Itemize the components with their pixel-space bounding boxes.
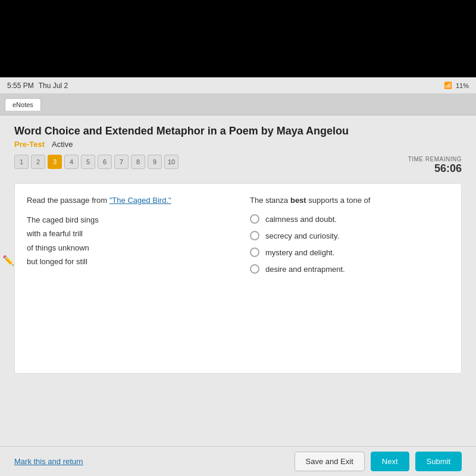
next-button[interactable]: Next — [371, 452, 409, 471]
nav-btn-1[interactable]: 1 — [14, 155, 29, 169]
passage-link[interactable]: "The Caged Bird." — [109, 196, 171, 205]
time-display: 5:55 PM — [7, 82, 34, 90]
option-2[interactable]: secrecy and curiosity. — [250, 231, 449, 240]
nav-btn-3[interactable]: 3 — [48, 155, 62, 169]
status-bar-right: 📶 11% — [444, 82, 469, 89]
pencil-icon[interactable]: ✏️ — [2, 255, 14, 266]
question-nav: 1 2 3 4 5 6 7 8 9 10 — [14, 155, 178, 169]
time-remaining-label: TIME REMAINING — [408, 156, 462, 162]
page-title: Word Choice and Extended Metaphor in a P… — [14, 125, 462, 137]
answer-options: calmness and doubt. secrecy and curiosit… — [250, 214, 449, 274]
bottom-bar: Mark this and return Save and Exit Next … — [0, 446, 476, 476]
enotes-tab[interactable]: eNotes — [5, 98, 41, 111]
radio-2[interactable] — [250, 231, 259, 240]
pre-test-label: Pre-Test — [14, 140, 45, 149]
poem-line-1: The caged bird sings — [27, 213, 226, 227]
radio-4[interactable] — [250, 264, 259, 274]
nav-and-time: 1 2 3 4 5 6 7 8 9 10 TIME REMAINING 56:0… — [14, 155, 462, 176]
active-label: Active — [52, 140, 73, 149]
nav-btn-4[interactable]: 4 — [64, 155, 79, 169]
bottom-buttons: Save and Exit Next Submit — [295, 452, 462, 471]
option-3-label: mystery and delight. — [265, 248, 334, 257]
save-exit-button[interactable]: Save and Exit — [295, 452, 365, 471]
poem-line-4: but longed for still — [27, 255, 226, 268]
nav-btn-2[interactable]: 2 — [31, 155, 45, 169]
nav-btn-7[interactable]: 7 — [114, 155, 129, 169]
poem-line-3: of things unknown — [27, 241, 226, 255]
radio-1[interactable] — [250, 214, 259, 224]
submit-button[interactable]: Submit — [415, 452, 462, 471]
poem-lines: The caged bird sings with a fearful tril… — [27, 213, 226, 269]
mark-return-link[interactable]: Mark this and return — [14, 457, 83, 466]
status-bar-left: 5:55 PM Thu Jul 2 — [7, 82, 68, 90]
time-value: 56:06 — [408, 162, 462, 175]
question-card: Read the passage from "The Caged Bird." … — [14, 183, 462, 374]
date-display: Thu Jul 2 — [39, 82, 68, 90]
pre-test-bar: Pre-Test Active — [14, 140, 462, 149]
option-3[interactable]: mystery and delight. — [250, 248, 449, 257]
option-1[interactable]: calmness and doubt. — [250, 214, 449, 224]
browser-bar: eNotes — [0, 94, 476, 115]
wifi-icon: 📶 — [444, 82, 452, 89]
right-panel: The stanza best supports a tone of calmn… — [250, 196, 449, 361]
option-4[interactable]: desire and entrapment. — [250, 264, 449, 274]
nav-btn-5[interactable]: 5 — [81, 155, 95, 169]
nav-btn-8[interactable]: 8 — [131, 155, 145, 169]
question-text: The stanza best supports a tone of — [250, 196, 449, 205]
option-4-label: desire and entrapment. — [265, 265, 345, 274]
option-2-label: secrecy and curiosity. — [265, 231, 339, 240]
passage-prompt: Read the passage from "The Caged Bird." — [27, 196, 226, 205]
poem-line-2: with a fearful trill — [27, 227, 226, 240]
time-remaining: TIME REMAINING 56:06 — [408, 156, 462, 175]
option-1-label: calmness and doubt. — [265, 215, 337, 224]
nav-btn-9[interactable]: 9 — [148, 155, 162, 169]
status-bar: 5:55 PM Thu Jul 2 🔒 r08.core.learn.edgen… — [0, 77, 476, 94]
main-content: Word Choice and Extended Metaphor in a P… — [0, 115, 476, 476]
left-panel: Read the passage from "The Caged Bird." … — [27, 196, 226, 361]
nav-btn-6[interactable]: 6 — [98, 155, 112, 169]
battery-display: 11% — [456, 82, 469, 89]
radio-3[interactable] — [250, 248, 259, 257]
nav-btn-10[interactable]: 10 — [164, 155, 178, 169]
